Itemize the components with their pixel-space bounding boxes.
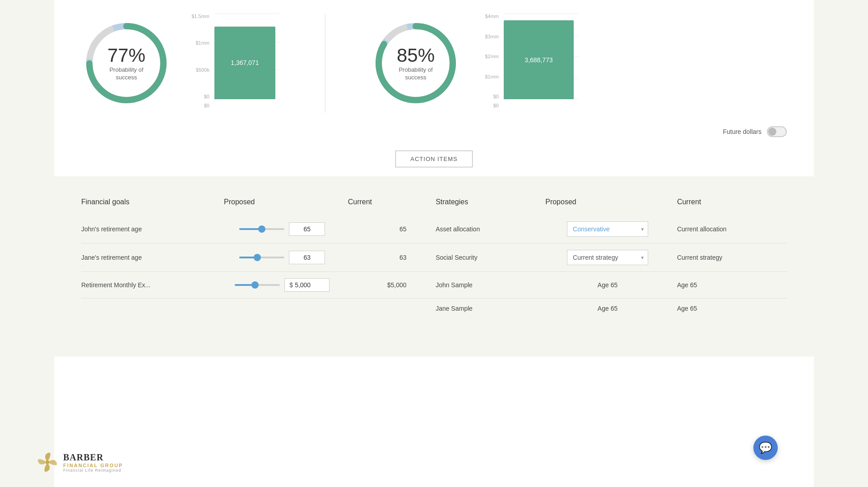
row2-strat-dropdown-wrapper: Current strategy Optimize — [567, 250, 648, 265]
right-y-zero: $0 — [493, 103, 499, 108]
left-y-zero: $0 — [204, 103, 209, 108]
left-y-label-1: $1.5mm — [191, 14, 209, 19]
logo-icon — [36, 451, 59, 473]
data-table: Financial goals Proposed Current Strateg… — [81, 194, 787, 318]
col-proposed-header: Proposed — [224, 194, 348, 215]
row3-input[interactable] — [295, 281, 322, 289]
left-percent: 77% — [107, 45, 145, 66]
row2-input[interactable]: 63 — [289, 251, 325, 264]
row3-money-input: $ — [284, 278, 330, 292]
row3-strat-proposed: Age 65 — [545, 272, 677, 299]
future-dollars-toggle[interactable] — [767, 126, 787, 137]
left-y-label-4: $0 — [204, 94, 209, 99]
row2-proposed-cell: 63 — [224, 244, 348, 272]
right-bar-value: 3,688,773 — [525, 56, 552, 64]
right-bar-chart: $4mm $3mm $2mm $1mm $0 — [479, 14, 578, 113]
logo-tagline: Financial Life Reimagined — [63, 468, 123, 473]
row2-slider[interactable] — [239, 257, 284, 258]
left-bar-value: 1,367,071 — [231, 59, 259, 66]
left-donut-chart: 77% Probability of success — [81, 18, 172, 108]
row2-sep — [414, 244, 436, 272]
future-dollars-label: Future dollars — [723, 128, 761, 135]
row2-strat-proposed-cell: Current strategy Optimize — [545, 244, 677, 272]
chart-divider — [325, 14, 325, 113]
svg-point-8 — [46, 460, 49, 464]
right-y-label-3: $2mm — [485, 54, 499, 59]
logo-name-part2: Financial Group — [63, 463, 123, 468]
table-row: Jane's retirement age 63 63 Social Secur… — [81, 244, 787, 272]
row2-strategy: Social Security — [436, 244, 545, 272]
row3-strat-current: Age 65 — [677, 272, 787, 299]
left-y-label-2: $1mm — [195, 40, 209, 46]
right-label: Probability of success — [397, 66, 435, 82]
logo-text: Barber Financial Group Financial Life Re… — [63, 452, 123, 473]
row2-label: Jane's retirement age — [81, 244, 224, 272]
row4-current — [348, 299, 414, 319]
toggle-knob — [768, 128, 776, 136]
bottom-section: Financial goals Proposed Current Strateg… — [54, 176, 814, 357]
row1-strat-proposed-cell: Conservative Moderate Aggressive Current… — [545, 215, 677, 244]
row1-strat-dropdown-wrapper: Conservative Moderate Aggressive Current… — [567, 221, 648, 237]
logo-name-part1: Barber — [63, 452, 103, 463]
right-percent: 85% — [397, 45, 435, 66]
toggle-row: Future dollars — [81, 122, 787, 146]
row3-label: Retirement Monthly Ex... — [81, 272, 224, 299]
left-bar-chart: $1.5mm $1mm $500k $0 — [190, 14, 280, 113]
row3-strategy: John Sample — [436, 272, 545, 299]
row2-current: 63 — [348, 244, 414, 272]
row4-strategy: Jane Sample — [436, 299, 545, 319]
row1-label: John's retirement age — [81, 215, 224, 244]
right-y-label-2: $3mm — [485, 34, 499, 39]
row3-current: $5,000 — [348, 272, 414, 299]
table-row: John's retirement age 65 65 Asset alloca… — [81, 215, 787, 244]
logo-container: Barber Financial Group Financial Life Re… — [36, 451, 123, 473]
row4-label — [81, 299, 224, 319]
right-chart-group: 85% Probability of success $4mm $3mm $2m… — [371, 14, 578, 113]
table-row: Jane Sample Age 65 Age 65 — [81, 299, 787, 319]
chat-button[interactable]: 💬 — [753, 436, 778, 460]
col-strat-current-header: Current — [677, 194, 787, 215]
right-y-label-5: $0 — [493, 94, 499, 99]
col-strategies-header: Strategies — [436, 194, 545, 215]
row3-sep — [414, 272, 436, 299]
col-current-header: Current — [348, 194, 414, 215]
action-items-button[interactable]: ACTION ITEMS — [395, 151, 472, 167]
row1-strat-current: Current allocation — [677, 215, 787, 244]
row1-current: 65 — [348, 215, 414, 244]
row1-sep — [414, 215, 436, 244]
row1-strategy: Asset allocation — [436, 215, 545, 244]
left-chart-group: 77% Probability of success $1.5mm $1mm $… — [81, 14, 280, 113]
currency-symbol: $ — [289, 281, 293, 289]
left-y-label-3: $500k — [196, 67, 209, 73]
col-strat-proposed-header: Proposed — [545, 194, 677, 215]
row1-proposed-cell: 65 — [224, 215, 348, 244]
row4-proposed — [224, 299, 348, 319]
row1-strat-dropdown[interactable]: Conservative Moderate Aggressive Current… — [567, 221, 648, 237]
right-y-label-1: $4mm — [485, 14, 499, 19]
action-items-row: ACTION ITEMS — [81, 146, 787, 167]
right-donut-chart: 85% Probability of success — [371, 18, 461, 108]
row4-strat-current: Age 65 — [677, 299, 787, 319]
chat-icon: 💬 — [759, 441, 772, 454]
row2-strat-dropdown[interactable]: Current strategy Optimize — [567, 250, 648, 265]
table-row: Retirement Monthly Ex... $ — [81, 272, 787, 299]
right-y-label-4: $1mm — [485, 74, 499, 79]
row4-strat-proposed: Age 65 — [545, 299, 677, 319]
row2-strat-current: Current strategy — [677, 244, 787, 272]
row1-input[interactable]: 65 — [289, 222, 325, 236]
col-sep — [414, 194, 436, 215]
row3-slider[interactable] — [235, 284, 280, 286]
col-financial-goals-header: Financial goals — [81, 194, 224, 215]
row1-slider[interactable] — [239, 228, 284, 230]
row3-proposed-cell: $ — [224, 272, 348, 299]
left-label: Probability of success — [107, 66, 145, 82]
row4-sep — [414, 299, 436, 319]
